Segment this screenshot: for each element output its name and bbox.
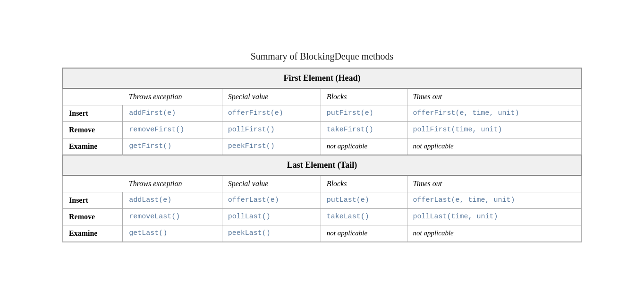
second-col-empty (63, 175, 123, 192)
second-insert-blocks: putLast(e) (321, 192, 407, 208)
second-remove-throws: removeLast() (123, 208, 222, 225)
table-row: Remove removeFirst() pollFirst() takeFir… (63, 121, 581, 138)
table-row: Examine getLast() peekLast() not applica… (63, 225, 581, 242)
second-col-throws: Throws exception (123, 175, 222, 192)
second-insert-label: Insert (63, 192, 123, 208)
first-insert-special: offerFirst(e) (222, 105, 321, 121)
first-insert-timeout: offerFirst(e, time, unit) (407, 105, 581, 121)
first-col-special: Special value (222, 88, 321, 105)
second-examine-label: Examine (63, 225, 123, 242)
first-remove-label: Remove (63, 121, 123, 138)
second-remove-blocks: takeLast() (321, 208, 407, 225)
first-insert-label: Insert (63, 105, 123, 121)
first-examine-blocks: not applicable (321, 138, 407, 155)
first-remove-throws: removeFirst() (123, 121, 222, 138)
second-insert-timeout: offerLast(e, time, unit) (407, 192, 581, 208)
second-col-special: Special value (222, 175, 321, 192)
second-remove-timeout: pollLast(time, unit) (407, 208, 581, 225)
second-examine-special: peekLast() (222, 225, 321, 242)
first-examine-throws: getFirst() (123, 138, 222, 155)
first-col-empty (63, 88, 123, 105)
second-examine-throws: getLast() (123, 225, 222, 242)
first-remove-blocks: takeFirst() (321, 121, 407, 138)
first-insert-blocks: putFirst(e) (321, 105, 407, 121)
first-section-header: First Element (Head) (63, 68, 581, 88)
first-examine-timeout: not applicable (407, 138, 581, 155)
first-examine-label: Examine (63, 138, 123, 155)
second-examine-timeout: not applicable (407, 225, 581, 242)
second-examine-blocks: not applicable (321, 225, 407, 242)
first-remove-timeout: pollFirst(time, unit) (407, 121, 581, 138)
first-col-blocks: Blocks (321, 88, 407, 105)
second-insert-special: offerLast(e) (222, 192, 321, 208)
first-examine-special: peekFirst() (222, 138, 321, 155)
table-row: Examine getFirst() peekFirst() not appli… (63, 138, 581, 155)
second-insert-throws: addLast(e) (123, 192, 222, 208)
first-insert-throws: addFirst(e) (123, 105, 222, 121)
first-col-throws: Throws exception (123, 88, 222, 105)
table-row: Remove removeLast() pollLast() takeLast(… (63, 208, 581, 225)
page-title: Summary of BlockingDeque methods (251, 51, 394, 62)
first-remove-special: pollFirst() (222, 121, 321, 138)
blocking-deque-table: First Element (Head) Throws exception Sp… (62, 68, 582, 242)
second-col-blocks: Blocks (321, 175, 407, 192)
first-col-timeout: Times out (407, 88, 581, 105)
table-row: Insert addLast(e) offerLast(e) putLast(e… (63, 192, 581, 208)
second-section-header: Last Element (Tail) (63, 155, 581, 175)
second-col-timeout: Times out (407, 175, 581, 192)
table-row: Insert addFirst(e) offerFirst(e) putFirs… (63, 105, 581, 121)
second-remove-label: Remove (63, 208, 123, 225)
second-remove-special: pollLast() (222, 208, 321, 225)
